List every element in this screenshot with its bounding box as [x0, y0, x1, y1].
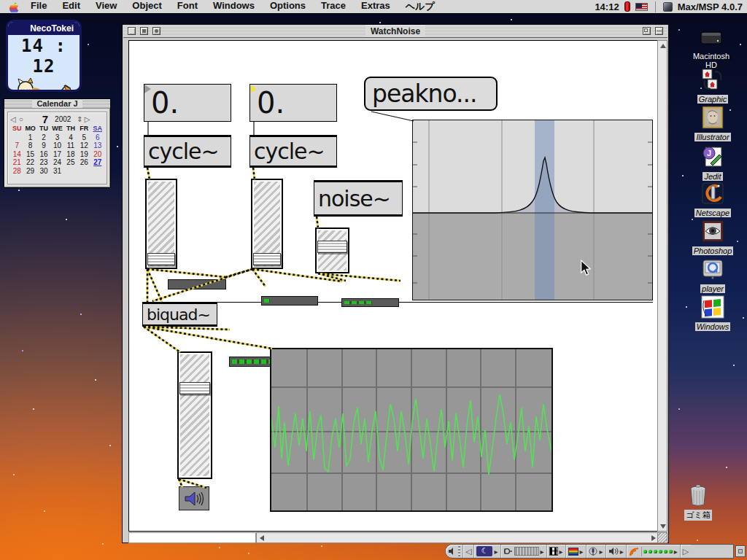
menubar-clock[interactable]: 14:12 — [595, 1, 619, 12]
signal-strength-module[interactable]: ▸ — [627, 545, 681, 558]
calendar-date-22: 22 — [23, 158, 36, 167]
calendar-date-23: 23 — [37, 158, 50, 167]
application-menu-icon[interactable] — [663, 2, 673, 12]
mouse-cursor — [580, 260, 591, 276]
calendar-date-10: 10 — [50, 141, 63, 150]
calendar-prev-icon[interactable]: ◁ — [10, 115, 16, 123]
object-box-cycle2: cycle~ — [249, 135, 337, 168]
calendar-date-11: 11 — [64, 141, 77, 150]
windows-logo-icon — [700, 295, 725, 319]
desktop-icon-macintosh-hd[interactable]: Macintosh HD — [685, 26, 738, 71]
zoom-box-icon[interactable] — [643, 27, 651, 35]
calendar-date-2: 2 — [37, 133, 50, 142]
menu-item-options[interactable]: Options — [270, 0, 306, 13]
signal-led-row — [643, 550, 673, 553]
message-box-peaknotch[interactable]: peakno... — [364, 77, 498, 111]
scroll-left-arrow[interactable] — [257, 533, 266, 542]
menu-item-windows[interactable]: Windows — [213, 0, 255, 13]
window-title: WatchNoise — [365, 26, 425, 37]
control-strip[interactable]: ◁ ☾▸ ▸ ▸ ▸ ▸ ▸ ▸ ▷ — [445, 544, 734, 559]
control-strip-end-tab[interactable] — [735, 545, 746, 557]
application-menu-label[interactable]: Max/MSP 4.0.7 — [678, 1, 743, 12]
calendar-day-header: MO — [23, 125, 36, 133]
monitor-icon — [568, 548, 578, 556]
scroll-up-arrow[interactable] — [658, 41, 667, 50]
calendar-date-7: 7 — [10, 141, 23, 150]
desktop-icon-label: Graphic — [697, 95, 729, 104]
lock-box-icon[interactable] — [140, 27, 148, 35]
desktop-icon-label: Jedit — [703, 172, 722, 181]
menu-item-edit[interactable]: Edit — [62, 0, 80, 13]
number-box-frequency-2[interactable]: 0. — [249, 84, 337, 122]
necotokei-widget[interactable]: NecoTokei 14 : 12 — [6, 20, 82, 92]
desktop-icon-trash[interactable]: ゴミ箱 — [672, 483, 724, 521]
patcher-mode-box-icon[interactable] — [152, 27, 160, 35]
calendar-year-stepper-icon[interactable]: ⇕ — [77, 115, 81, 123]
desktop-icon-player[interactable]: player — [686, 257, 739, 295]
desktop-icon-windows[interactable]: Windows — [686, 295, 739, 332]
oscilloscope-display — [270, 348, 553, 512]
calendar-day-header: FR — [77, 125, 90, 133]
calendar-next-icon[interactable]: ▷ — [85, 115, 90, 123]
wireless-signal-icon — [629, 547, 640, 556]
necotokei-title: NecoTokei — [8, 22, 80, 35]
horizontal-scrollbar[interactable] — [256, 532, 659, 543]
bit-depth-module[interactable]: ▸ — [547, 545, 566, 558]
calendar-date-5: 5 — [77, 133, 90, 142]
slider-freq-1[interactable] — [145, 179, 177, 269]
keyboard-flag-icon[interactable] — [635, 3, 648, 11]
menu-item-extras[interactable]: Extras — [361, 0, 390, 13]
speaker-tab-icon — [448, 547, 457, 556]
expand-arrow-module[interactable]: ▷ — [681, 545, 691, 558]
calendar-widget[interactable]: Calendar J ◁ ○ 7 2002 ⇕ ▷ SUMOTUWETHFRSA… — [4, 98, 111, 188]
battery-indicator-icon[interactable] — [624, 1, 630, 12]
desktop-icon-jedit[interactable]: JJedit — [686, 144, 739, 182]
number-box-frequency-1[interactable]: 0. — [144, 84, 231, 122]
calendar-date-25: 25 — [64, 158, 77, 167]
calendar-date-24: 24 — [50, 158, 63, 167]
sound-input-module[interactable]: ▸ — [587, 545, 606, 558]
desktop-icon-netscape[interactable]: Netscape — [686, 181, 739, 219]
desktop-icon-label: Illustrator — [694, 133, 730, 141]
calendar-date-26: 26 — [77, 158, 90, 167]
window-titlebar[interactable]: WatchNoise — [123, 25, 667, 38]
menubar-divider — [655, 1, 656, 12]
menu-item-object[interactable]: Object — [132, 0, 161, 13]
filter-spectrum-display[interactable] — [412, 120, 653, 300]
volume-module[interactable]: ▸ — [606, 545, 627, 558]
moon-icon: ☾ — [476, 546, 492, 556]
calendar-empty-cell — [91, 167, 104, 176]
close-box-icon[interactable] — [128, 27, 136, 35]
slider-noise-gain[interactable] — [315, 228, 349, 273]
menu-item-help[interactable]: ヘルプ — [406, 0, 435, 13]
object-box-cycle1: cycle~ — [144, 135, 231, 168]
calendar-date-18: 18 — [64, 150, 77, 159]
level-meter-2 — [261, 296, 318, 306]
desktop-icon-graphic[interactable]: Graphic — [686, 67, 739, 105]
scroll-down-arrow[interactable] — [658, 521, 667, 531]
window-resize-grip[interactable] — [657, 532, 667, 543]
calendar-grid: SUMOTUWETHFRSA12345678910111213141516171… — [10, 125, 104, 175]
energy-saver-module[interactable]: ☾▸ — [474, 545, 500, 558]
collapse-arrow-module[interactable]: ◁ — [463, 545, 474, 558]
audio-on-off-button[interactable] — [179, 486, 209, 510]
control-strip-tab[interactable] — [446, 545, 463, 558]
patcher-canvas: 0. 0. peakno... cycle~ cycle~ noise~ biq… — [128, 40, 659, 532]
menu-item-trace[interactable]: Trace — [321, 0, 346, 13]
calendar-body: ◁ ○ 7 2002 ⇕ ▷ SUMOTUWETHFRSA12345678910… — [7, 112, 107, 184]
apple-menu-icon[interactable] — [9, 1, 19, 12]
menu-item-view[interactable]: View — [96, 0, 117, 13]
windowshade-box-icon[interactable] — [655, 27, 663, 35]
slider-freq-2[interactable] — [251, 179, 283, 269]
vertical-scrollbar[interactable] — [657, 40, 667, 532]
menu-item-file[interactable]: File — [31, 0, 47, 13]
calendar-home-icon[interactable]: ○ — [19, 115, 23, 123]
battery-module[interactable]: ▸ — [501, 545, 547, 558]
desktop-icon-photoshop[interactable]: Photoshop — [686, 219, 739, 257]
menu-item-font[interactable]: Font — [177, 0, 198, 13]
svg-text:J: J — [707, 149, 711, 158]
calendar-date-21: 21 — [10, 158, 23, 167]
desktop-icon-illustrator[interactable]: Illustrator — [686, 105, 739, 143]
resolution-module[interactable]: ▸ — [566, 545, 587, 558]
slider-output-gain[interactable] — [177, 351, 212, 479]
